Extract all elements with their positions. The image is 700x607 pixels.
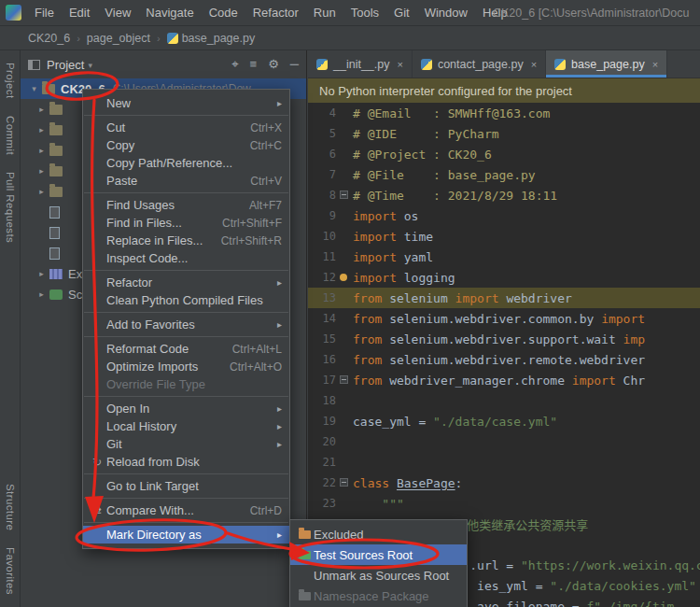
breadcrumb: CK20_6›page_object›base_page.py	[28, 32, 255, 45]
menubar-item-refactor[interactable]: Refactor	[245, 0, 306, 26]
code-line-22[interactable]: 22class BasePage:	[308, 473, 700, 493]
tool-window-button-commit[interactable]: Commit	[5, 116, 16, 155]
editor-tab-base-page-py[interactable]: base_page.py×	[546, 50, 667, 78]
line-number: 16	[308, 353, 336, 366]
code-line-13[interactable]: 13from selenium import webdriver	[308, 288, 700, 308]
fold-icon[interactable]	[340, 375, 348, 384]
context-menu-item-new[interactable]: New▸	[83, 94, 289, 112]
code-line-10[interactable]: 10import time	[308, 226, 700, 247]
folder-icon	[49, 166, 63, 176]
editor-tab-contact-page-py[interactable]: contact_page.py×	[413, 50, 546, 78]
line-number: 17	[308, 374, 336, 387]
menubar-item-code[interactable]: Code	[202, 0, 245, 26]
line-number: 7	[308, 168, 336, 181]
code-line-5[interactable]: 5# @IDE : PyCharm	[308, 123, 700, 144]
menubar-item-navigate[interactable]: Navigate	[138, 0, 201, 26]
tool-window-button-favorites[interactable]: Favorites	[5, 547, 16, 595]
context-menu-item-add-to-favorites[interactable]: Add to Favorites▸	[83, 316, 289, 333]
tool-stripe-bottom-group: StructureFavorites	[0, 475, 21, 603]
file-icon	[49, 227, 60, 239]
menubar-item-file[interactable]: File	[27, 0, 62, 26]
context-menu-item-inspect-code[interactable]: Inspect Code...	[83, 249, 289, 267]
chevron-down-icon[interactable]: ▾	[88, 61, 92, 70]
code-line-20[interactable]: 20	[308, 431, 700, 452]
context-menu-item-open-in[interactable]: Open In▸	[83, 400, 289, 417]
code-line-19[interactable]: 19case_yml = "./data/case.yml"	[308, 411, 700, 431]
submenu-item-unmark-as-sources-root[interactable]: Unmark as Sources Root	[290, 565, 467, 586]
project-panel-header: Project ▾ ⌖≡⚙─	[21, 50, 306, 78]
locate-file-icon[interactable]: ⌖	[231, 57, 238, 72]
gutter	[336, 329, 353, 349]
code-line-16[interactable]: 16from selenium.webdriver.remote.webdriv…	[308, 349, 700, 370]
hide-panel-icon[interactable]: ─	[290, 57, 299, 72]
gutter	[336, 123, 353, 144]
context-menu-item-find-in-files[interactable]: Find in Files...Ctrl+Shift+F	[83, 214, 289, 232]
submenu-item-excluded[interactable]: Excluded	[290, 524, 467, 544]
code-line-17[interactable]: 17from webdriver_manager.chrome import C…	[308, 370, 700, 390]
context-menu-item-replace-in-files[interactable]: Replace in Files...Ctrl+Shift+R	[83, 232, 289, 249]
close-tab-icon[interactable]: ×	[397, 59, 402, 70]
gutter	[336, 349, 353, 370]
gutter	[336, 226, 353, 247]
pycharm-logo-icon	[6, 5, 21, 21]
context-menu-item-copy-path-reference[interactable]: Copy Path/Reference...	[83, 154, 289, 172]
submenu-item-test-sources-root[interactable]: Test Sources Root	[290, 544, 467, 565]
project-panel-title[interactable]: Project	[47, 58, 84, 72]
tool-window-button-project[interactable]: Project	[5, 63, 16, 99]
breadcrumb-item-ck20-6[interactable]: CK20_6	[28, 32, 70, 45]
context-menu-item-compare-with[interactable]: ⇄Compare With...Ctrl+D	[83, 501, 289, 519]
context-menu-item-reload-from-disk[interactable]: ↻Reload from Disk	[83, 453, 289, 471]
gutter	[336, 144, 353, 164]
line-number: 10	[308, 230, 336, 243]
code-line-21[interactable]: 21	[308, 452, 700, 473]
menubar-item-view[interactable]: View	[97, 0, 138, 26]
submenu-arrow-icon: ▸	[277, 319, 282, 330]
context-menu-item-copy[interactable]: CopyCtrl+C	[83, 136, 289, 154]
context-menu-item-local-history[interactable]: Local History▸	[83, 417, 289, 435]
menubar-item-tools[interactable]: Tools	[343, 0, 386, 26]
close-tab-icon[interactable]: ×	[531, 59, 537, 70]
context-menu-item-optimize-imports[interactable]: Optimize ImportsCtrl+Alt+O	[83, 358, 289, 375]
breadcrumb-item-page-object[interactable]: page_object	[87, 32, 150, 45]
context-menu-item-paste[interactable]: PasteCtrl+V	[83, 172, 289, 190]
gutter	[336, 247, 353, 267]
fold-icon[interactable]	[340, 191, 348, 199]
context-menu-item-reformat-code[interactable]: Reformat CodeCtrl+Alt+L	[83, 340, 289, 358]
code-line-18[interactable]: 18	[308, 390, 700, 411]
context-menu-item-mark-directory-as[interactable]: Mark Directory as▸	[83, 526, 289, 543]
line-number: 14	[308, 312, 336, 325]
context-menu-item-go-to-link-target[interactable]: Go to Link Target	[83, 477, 289, 495]
breadcrumb-item-base-page-py[interactable]: base_page.py	[167, 32, 256, 45]
code-line-9[interactable]: 9import os	[308, 205, 700, 226]
line-number: 18	[308, 394, 336, 407]
code-line-23[interactable]: 23 """	[308, 493, 700, 514]
code-line-8[interactable]: 8# @Time : 2021/8/29 18:11	[308, 185, 700, 205]
menubar-item-edit[interactable]: Edit	[62, 0, 97, 26]
tool-window-button-pull-requests[interactable]: Pull Requests	[5, 172, 16, 243]
context-menu-item-refactor[interactable]: Refactor▸	[83, 274, 289, 291]
close-tab-icon[interactable]: ×	[652, 59, 658, 70]
context-menu-item-git[interactable]: Git▸	[83, 435, 289, 453]
code-line-14[interactable]: 14from selenium.webdriver.common.by impo…	[308, 308, 700, 329]
collapse-all-icon[interactable]: ≡	[250, 57, 258, 72]
settings-gear-icon[interactable]: ⚙	[268, 57, 279, 72]
folder-icon	[49, 125, 63, 135]
banner-message: No Python interpreter configured for the…	[319, 84, 572, 98]
menubar-item-run[interactable]: Run	[306, 0, 343, 26]
menubar-item-window[interactable]: Window	[417, 0, 475, 26]
context-menu-item-find-usages[interactable]: Find UsagesAlt+F7	[83, 196, 289, 214]
menubar-item-git[interactable]: Git	[386, 0, 417, 26]
editor-tab-init-py[interactable]: __init__.py×	[308, 50, 413, 78]
fold-icon[interactable]	[340, 478, 348, 487]
context-menu-item-cut[interactable]: CutCtrl+X	[83, 119, 289, 136]
code-line-6[interactable]: 6# @Project : CK20_6	[308, 144, 700, 164]
code-line-11[interactable]: 11import yaml	[308, 247, 700, 267]
code-line-12[interactable]: 12import logging	[308, 267, 700, 288]
code-line-15[interactable]: 15from selenium.webdriver.support.wait i…	[308, 329, 700, 349]
code-line-4[interactable]: 4# @Email : SMWHff@163.com	[308, 103, 700, 123]
chevron-collapsed-icon: ▸	[35, 187, 48, 196]
code-line-7[interactable]: 7# @File : base_page.py	[308, 164, 700, 185]
context-menu-item-clean-python-compiled-files[interactable]: Clean Python Compiled Files	[83, 291, 289, 309]
navigation-bar: CK20_6›page_object›base_page.py	[0, 26, 700, 50]
tool-window-button-structure[interactable]: Structure	[5, 484, 16, 530]
